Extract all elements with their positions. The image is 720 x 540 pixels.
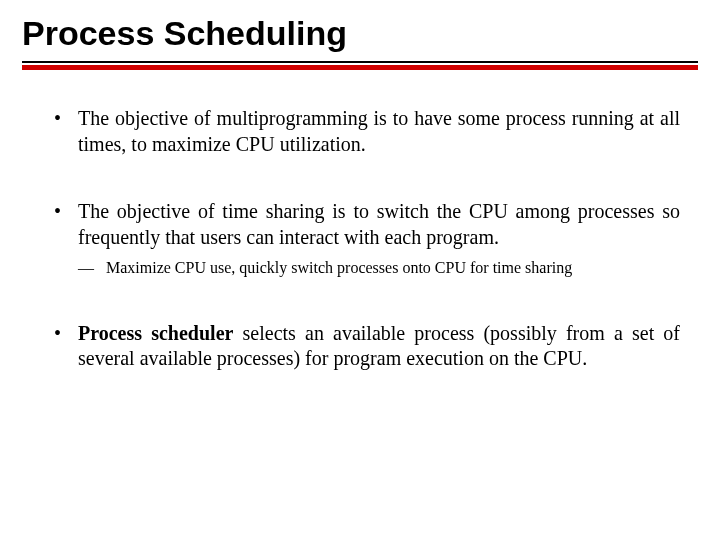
bullet-list: The objective of multiprogramming is to … [50,106,680,372]
bullet-item: The objective of time sharing is to swit… [50,199,680,279]
sub-bullet-item: Maximize CPU use, quickly switch process… [78,258,680,278]
slide-body: The objective of multiprogramming is to … [22,70,698,372]
bullet-text-bold: Process scheduler [78,322,233,344]
bullet-item: The objective of multiprogramming is to … [50,106,680,157]
bullet-item: Process scheduler selects an available p… [50,321,680,372]
bullet-text: The objective of multiprogramming is to … [78,107,680,155]
sub-bullet-text: Maximize CPU use, quickly switch process… [106,259,572,276]
slide-title: Process Scheduling [22,14,698,53]
divider-thin [22,61,698,63]
sub-bullet-list: Maximize CPU use, quickly switch process… [78,258,680,278]
bullet-text: The objective of time sharing is to swit… [78,200,680,248]
